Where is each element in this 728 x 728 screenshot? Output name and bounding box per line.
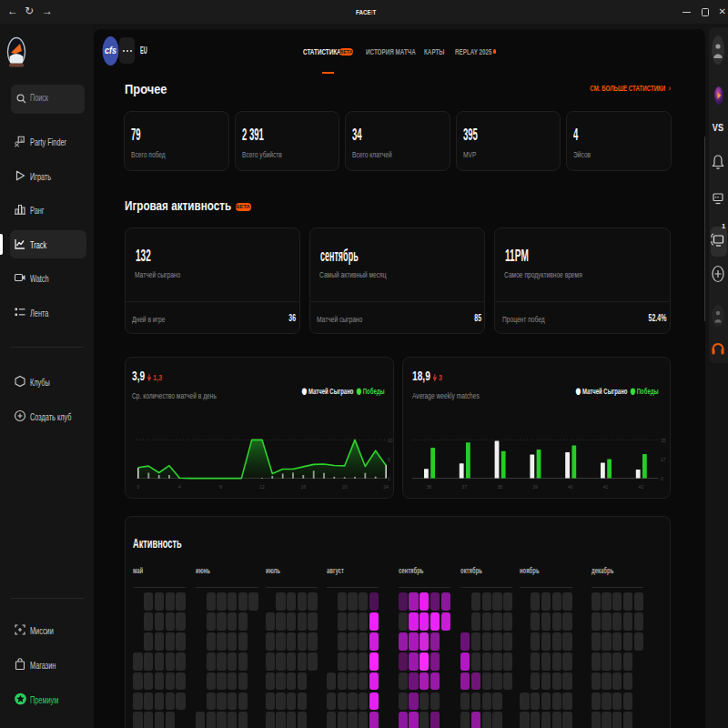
svg-text:cfs: cfs	[105, 45, 116, 56]
svg-text:VS: VS	[713, 123, 724, 133]
